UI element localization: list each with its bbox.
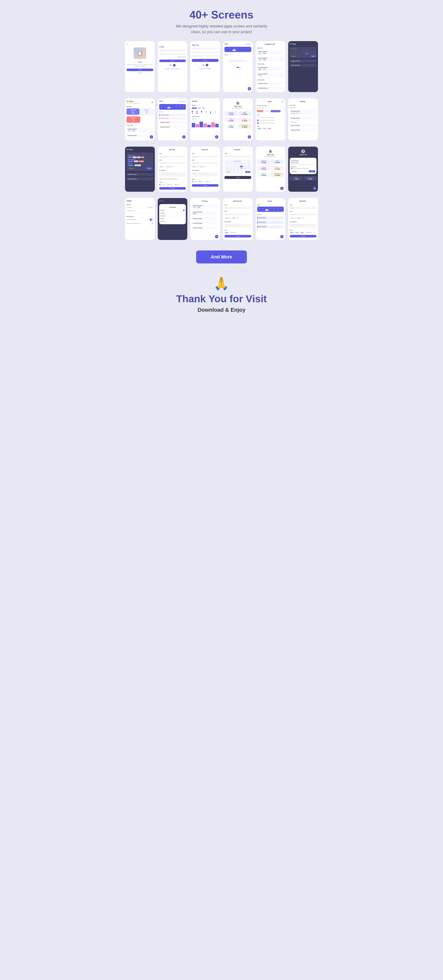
lang-japanese[interactable]: Japanese <box>161 215 185 217</box>
screens-row-4: Setting General Language English › Delet… <box>125 198 318 240</box>
create-personal-btn[interactable]: Create <box>225 235 251 237</box>
login-btn[interactable]: Login <box>159 60 186 62</box>
screens-row-2: Hi, Steven Let's make you productive 🔔 M… <box>125 99 318 140</box>
screen-add-personal: ‹ Add Personal Title Plan for a month Da… <box>223 198 253 240</box>
screen-ongoing-dark: On Going October 2020 S M Tu W Th F Sa 1… <box>288 41 318 92</box>
avatar: 👤 <box>236 101 240 105</box>
screen-ongoing-filter: On Going Sort by tag Office Work Tag Tag… <box>125 146 155 192</box>
screen-profile: 👤 Steve Job SteveJob@gmail.com Personal … <box>223 99 253 140</box>
board-create-btn[interactable]: Create <box>309 170 315 172</box>
notification-icon[interactable]: 🔔 <box>151 101 153 103</box>
lang-english[interactable]: English <box>161 209 185 212</box>
lang-korean[interactable]: Korean <box>161 217 185 220</box>
signup-create-btn[interactable]: Create <box>192 59 218 62</box>
screen-setting: Setting General Language English › Delet… <box>125 198 155 240</box>
board-cancel-btn[interactable]: Cancel <box>291 170 298 172</box>
create-task-btn-1[interactable]: Create <box>159 187 186 189</box>
screen-add-task-cal: ‹ Add Task Title Plan for a month Octobe… <box>223 146 253 192</box>
filter-cancel-btn[interactable]: Cancel <box>128 167 134 170</box>
screen-events: ‹ Events Task MO TU WE TH FR SA SU 2 3 4… <box>256 198 285 240</box>
rings-toggle[interactable] <box>150 222 153 224</box>
cal-save-btn[interactable]: Save <box>245 171 250 173</box>
screen-onboarding: 📋 Login Plan what you will do to be more… <box>125 41 155 92</box>
footer: 🙏 Thank You for Visit Download & Enjoy <box>176 276 267 313</box>
screens-row-3: On Going Sort by tag Office Work Tag Tag… <box>125 146 318 192</box>
onboarding-login-btn[interactable]: Login <box>126 68 153 71</box>
add-fab[interactable]: + <box>150 135 153 138</box>
screen-detail: ‹ Detail ✏ Plan for a month Personal Typ… <box>256 99 285 140</box>
screen-setting-lang: Setting Language English Chinese Japanes… <box>158 198 188 240</box>
footer-subtitle: Download & Enjoy <box>176 307 267 313</box>
create-task-btn-2[interactable]: Create <box>192 184 218 187</box>
avatar3: 👤 <box>301 150 305 153</box>
add-fab2[interactable]: + <box>182 135 186 138</box>
and-more-button[interactable]: And More <box>196 250 247 264</box>
lang-chinese[interactable]: Chinese <box>161 212 185 215</box>
screen-profile2: 👤 Steve Job SteveJob@gmail.com Personal … <box>256 146 285 192</box>
screen-status-board: 👤 Status Job Create Board Board name Wor… <box>288 146 318 192</box>
screen-add-task-1: ‹ Add Task Title Plan for a month Date 4… <box>158 146 188 192</box>
fab4[interactable]: + <box>248 135 251 138</box>
fab5[interactable]: + <box>280 187 284 190</box>
screen-completed-task: ‹ Completed Task May 2021 Cleaning Cloth… <box>256 41 285 92</box>
cancel-btn[interactable]: Cancel <box>290 56 296 57</box>
app-logo: Login <box>126 61 153 63</box>
edit-icon[interactable]: ✏ <box>282 100 284 103</box>
onboarding-illustration: 📋 <box>134 48 146 59</box>
footer-title: Thank You for Visit <box>176 293 267 305</box>
screen-graphic: Graphic Priority Personal Private Secret… <box>190 99 220 140</box>
screen-add-event: ‹ Add Event Title Plan for a month Date … <box>288 198 318 240</box>
screen-home: Hi, Steven Let's make you productive 🔔 M… <box>125 99 155 140</box>
cal-cancel-btn[interactable]: Cancel <box>225 171 231 173</box>
screen-add-task-2: ‹ Add Task Title Plan for a month Date 4… <box>190 146 220 192</box>
screen-task-list: Task 4 August 2021 MO TU WE TH FR SA SU … <box>223 41 253 92</box>
filter-apply-btn[interactable]: Filter <box>147 167 152 170</box>
fab6[interactable]: + <box>313 187 316 190</box>
page-title: 40+ Screens <box>176 8 267 21</box>
save-btn[interactable]: Save <box>311 56 316 57</box>
notif-toggle[interactable] <box>150 219 153 221</box>
footer-emoji: 🙏 <box>176 276 267 291</box>
screen-login: Login Email or Username Password Forgot … <box>158 41 188 92</box>
fab7[interactable]: + <box>215 235 218 238</box>
lang-russian[interactable]: Russian <box>161 220 185 223</box>
screens-row-1: 📋 Login Plan what you will do to be more… <box>125 41 318 92</box>
screen-task-calendar: Task 4 August 2021 MO TU WE TH FR SA SU … <box>158 99 188 140</box>
page-subtitle: We designed highly detailed appa screen … <box>176 24 267 35</box>
add-task-fab[interactable]: + <box>248 87 251 91</box>
page-header: 40+ Screens We designed highly detailed … <box>176 8 267 35</box>
screen-personal: ‹ Personal Cleaning Clothes Tag Tag Clea… <box>190 198 220 240</box>
screen-signup: Sign Up Username Email Password Create G… <box>190 41 220 92</box>
create-btn-dark[interactable]: Create <box>225 176 251 179</box>
create-event-btn[interactable]: Create <box>290 235 317 237</box>
avatar2: 👤 <box>268 150 272 153</box>
fab8[interactable]: + <box>280 235 284 238</box>
fab3[interactable]: + <box>215 135 218 138</box>
screen-pending: ‹ Pending May 2021 13 May 2021 Cleaning … <box>288 99 318 140</box>
